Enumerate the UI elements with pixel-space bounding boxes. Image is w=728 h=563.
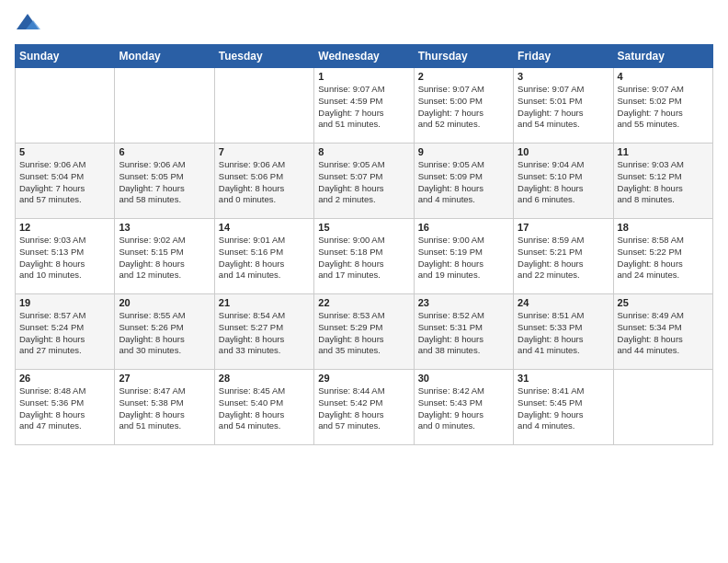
logo	[15, 11, 42, 37]
day-number: 24	[518, 297, 609, 308]
calendar-cell: 23Sunrise: 8:52 AM Sunset: 5:31 PM Dayli…	[414, 294, 513, 370]
day-info: Sunrise: 8:55 AM Sunset: 5:26 PM Dayligh…	[119, 310, 210, 357]
calendar-cell: 3Sunrise: 9:07 AM Sunset: 5:01 PM Daylig…	[514, 68, 613, 144]
calendar-cell: 4Sunrise: 9:07 AM Sunset: 5:02 PM Daylig…	[613, 68, 712, 144]
week-row-5: 26Sunrise: 8:48 AM Sunset: 5:36 PM Dayli…	[16, 370, 713, 445]
day-number: 29	[318, 373, 409, 384]
day-info: Sunrise: 8:47 AM Sunset: 5:38 PM Dayligh…	[119, 385, 210, 432]
day-info: Sunrise: 9:00 AM Sunset: 5:18 PM Dayligh…	[318, 235, 409, 282]
day-info: Sunrise: 8:48 AM Sunset: 5:36 PM Dayligh…	[19, 385, 110, 432]
calendar-cell: 20Sunrise: 8:55 AM Sunset: 5:26 PM Dayli…	[115, 294, 214, 370]
day-info: Sunrise: 8:44 AM Sunset: 5:42 PM Dayligh…	[318, 385, 409, 432]
calendar-cell: 22Sunrise: 8:53 AM Sunset: 5:29 PM Dayli…	[314, 294, 414, 370]
day-info: Sunrise: 9:05 AM Sunset: 5:09 PM Dayligh…	[418, 159, 509, 206]
day-number: 6	[119, 146, 210, 157]
day-info: Sunrise: 9:05 AM Sunset: 5:07 PM Dayligh…	[318, 159, 409, 206]
day-number: 1	[318, 71, 409, 82]
day-number: 20	[119, 297, 210, 308]
day-info: Sunrise: 8:45 AM Sunset: 5:40 PM Dayligh…	[219, 385, 310, 432]
day-number: 13	[119, 222, 210, 233]
calendar-cell: 12Sunrise: 9:03 AM Sunset: 5:13 PM Dayli…	[16, 219, 115, 294]
day-info: Sunrise: 8:52 AM Sunset: 5:31 PM Dayligh…	[418, 310, 509, 357]
day-number: 31	[518, 373, 609, 384]
calendar-cell	[214, 68, 313, 144]
day-info: Sunrise: 9:04 AM Sunset: 5:10 PM Dayligh…	[518, 159, 609, 206]
logo-icon	[15, 11, 40, 37]
weekday-header-sunday: Sunday	[16, 45, 115, 68]
day-info: Sunrise: 8:41 AM Sunset: 5:45 PM Dayligh…	[518, 385, 609, 432]
calendar-cell: 7Sunrise: 9:06 AM Sunset: 5:06 PM Daylig…	[214, 144, 313, 219]
day-number: 26	[19, 373, 110, 384]
day-number: 5	[19, 146, 110, 157]
calendar-cell: 17Sunrise: 8:59 AM Sunset: 5:21 PM Dayli…	[514, 219, 613, 294]
day-number: 3	[518, 71, 609, 82]
day-number: 15	[318, 222, 409, 233]
day-info: Sunrise: 8:58 AM Sunset: 5:22 PM Dayligh…	[618, 235, 709, 282]
day-number: 14	[219, 222, 310, 233]
day-number: 17	[518, 222, 609, 233]
calendar-cell: 24Sunrise: 8:51 AM Sunset: 5:33 PM Dayli…	[514, 294, 613, 370]
weekday-header-wednesday: Wednesday	[314, 45, 414, 68]
week-row-2: 5Sunrise: 9:06 AM Sunset: 5:04 PM Daylig…	[16, 144, 713, 219]
day-info: Sunrise: 9:07 AM Sunset: 4:59 PM Dayligh…	[318, 84, 409, 131]
calendar-cell: 28Sunrise: 8:45 AM Sunset: 5:40 PM Dayli…	[214, 370, 313, 445]
calendar-cell: 9Sunrise: 9:05 AM Sunset: 5:09 PM Daylig…	[414, 144, 513, 219]
calendar-cell: 11Sunrise: 9:03 AM Sunset: 5:12 PM Dayli…	[613, 144, 712, 219]
day-info: Sunrise: 9:07 AM Sunset: 5:01 PM Dayligh…	[518, 84, 609, 131]
day-number: 21	[219, 297, 310, 308]
calendar-table: SundayMondayTuesdayWednesdayThursdayFrid…	[15, 44, 713, 445]
calendar-cell: 19Sunrise: 8:57 AM Sunset: 5:24 PM Dayli…	[16, 294, 115, 370]
week-row-3: 12Sunrise: 9:03 AM Sunset: 5:13 PM Dayli…	[16, 219, 713, 294]
day-info: Sunrise: 9:02 AM Sunset: 5:15 PM Dayligh…	[119, 235, 210, 282]
calendar-cell: 15Sunrise: 9:00 AM Sunset: 5:18 PM Dayli…	[314, 219, 414, 294]
day-number: 19	[19, 297, 110, 308]
day-number: 11	[618, 146, 709, 157]
calendar-cell: 26Sunrise: 8:48 AM Sunset: 5:36 PM Dayli…	[16, 370, 115, 445]
day-info: Sunrise: 8:49 AM Sunset: 5:34 PM Dayligh…	[618, 310, 709, 357]
weekday-header-friday: Friday	[514, 45, 613, 68]
calendar-cell: 10Sunrise: 9:04 AM Sunset: 5:10 PM Dayli…	[514, 144, 613, 219]
calendar-cell: 13Sunrise: 9:02 AM Sunset: 5:15 PM Dayli…	[115, 219, 214, 294]
calendar-cell	[16, 68, 115, 144]
calendar-cell: 30Sunrise: 8:42 AM Sunset: 5:43 PM Dayli…	[414, 370, 513, 445]
header	[15, 11, 713, 37]
calendar-cell: 8Sunrise: 9:05 AM Sunset: 5:07 PM Daylig…	[314, 144, 414, 219]
calendar-cell: 6Sunrise: 9:06 AM Sunset: 5:05 PM Daylig…	[115, 144, 214, 219]
weekday-header-row: SundayMondayTuesdayWednesdayThursdayFrid…	[16, 45, 713, 68]
day-number: 22	[318, 297, 409, 308]
calendar-cell: 25Sunrise: 8:49 AM Sunset: 5:34 PM Dayli…	[613, 294, 712, 370]
day-number: 30	[418, 373, 509, 384]
day-number: 7	[219, 146, 310, 157]
calendar-cell: 29Sunrise: 8:44 AM Sunset: 5:42 PM Dayli…	[314, 370, 414, 445]
day-info: Sunrise: 9:01 AM Sunset: 5:16 PM Dayligh…	[219, 235, 310, 282]
weekday-header-saturday: Saturday	[613, 45, 712, 68]
day-number: 8	[318, 146, 409, 157]
day-number: 25	[618, 297, 709, 308]
calendar-cell: 5Sunrise: 9:06 AM Sunset: 5:04 PM Daylig…	[16, 144, 115, 219]
day-number: 9	[418, 146, 509, 157]
day-info: Sunrise: 8:57 AM Sunset: 5:24 PM Dayligh…	[19, 310, 110, 357]
calendar-cell: 1Sunrise: 9:07 AM Sunset: 4:59 PM Daylig…	[314, 68, 414, 144]
day-info: Sunrise: 9:06 AM Sunset: 5:05 PM Dayligh…	[119, 159, 210, 206]
day-number: 16	[418, 222, 509, 233]
page: SundayMondayTuesdayWednesdayThursdayFrid…	[0, 0, 728, 563]
calendar-cell: 31Sunrise: 8:41 AM Sunset: 5:45 PM Dayli…	[514, 370, 613, 445]
day-info: Sunrise: 8:53 AM Sunset: 5:29 PM Dayligh…	[318, 310, 409, 357]
day-info: Sunrise: 8:42 AM Sunset: 5:43 PM Dayligh…	[418, 385, 509, 432]
day-number: 23	[418, 297, 509, 308]
weekday-header-thursday: Thursday	[414, 45, 513, 68]
day-info: Sunrise: 9:06 AM Sunset: 5:06 PM Dayligh…	[219, 159, 310, 206]
day-number: 27	[119, 373, 210, 384]
day-info: Sunrise: 9:07 AM Sunset: 5:00 PM Dayligh…	[418, 84, 509, 131]
day-info: Sunrise: 9:06 AM Sunset: 5:04 PM Dayligh…	[19, 159, 110, 206]
calendar-cell	[115, 68, 214, 144]
calendar-cell: 2Sunrise: 9:07 AM Sunset: 5:00 PM Daylig…	[414, 68, 513, 144]
day-info: Sunrise: 8:59 AM Sunset: 5:21 PM Dayligh…	[518, 235, 609, 282]
day-number: 18	[618, 222, 709, 233]
calendar-cell: 16Sunrise: 9:00 AM Sunset: 5:19 PM Dayli…	[414, 219, 513, 294]
day-number: 12	[19, 222, 110, 233]
weekday-header-monday: Monday	[115, 45, 214, 68]
week-row-1: 1Sunrise: 9:07 AM Sunset: 4:59 PM Daylig…	[16, 68, 713, 144]
day-info: Sunrise: 9:07 AM Sunset: 5:02 PM Dayligh…	[618, 84, 709, 131]
day-number: 28	[219, 373, 310, 384]
